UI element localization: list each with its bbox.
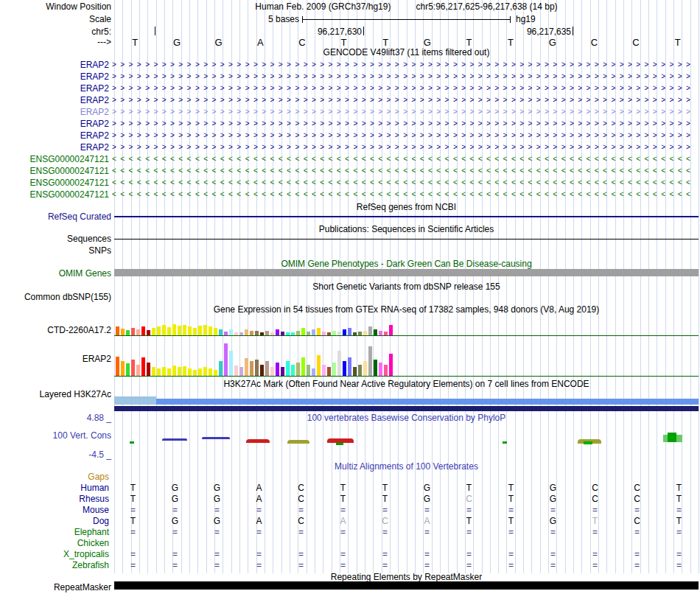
gene-arrow-line: >>>>>>>>>>>>>>>>>>>>>>>>>>>>>>>>>>>>>>>>… [112, 130, 700, 141]
align-row-Mouse[interactable]: Mouse============== [0, 505, 700, 516]
align-base: = [406, 505, 448, 516]
align-base [406, 472, 448, 483]
gtex-bar [141, 326, 145, 335]
gtex-bar [317, 328, 321, 335]
sequences-label[interactable]: Sequences [0, 234, 111, 244]
gene-item-ENSG00000247121[interactable]: ENSG00000247121<<<<<<<<<<<<<<<<<<<<<<<<<… [0, 189, 700, 200]
gtex-bar [286, 361, 290, 376]
gtex-bar [312, 329, 315, 335]
gene-item-ENSG00000247121[interactable]: ENSG00000247121<<<<<<<<<<<<<<<<<<<<<<<<<… [0, 177, 700, 189]
align-base: G [196, 483, 238, 494]
omim-genes-label[interactable]: OMIM Genes [0, 268, 111, 279]
gtex-erap2-label[interactable]: ERAP2 [0, 354, 111, 364]
align-row-bases: TGGACTTGTTGCCT [112, 483, 700, 494]
position-title: Human Feb. 2009 (GRCh37/hg19) chr5:96,21… [114, 1, 699, 12]
align-base: T [490, 483, 532, 494]
align-base [196, 538, 238, 549]
layered-h3k27ac-label[interactable]: Layered H3K27Ac [0, 389, 111, 399]
gtex-chart-erap2[interactable] [114, 342, 699, 376]
refseq-curated-label[interactable]: RefSeq Curated [0, 211, 111, 222]
align-base: = [574, 527, 616, 538]
gene-item-ENSG00000247121[interactable]: ENSG00000247121<<<<<<<<<<<<<<<<<<<<<<<<<… [0, 165, 700, 177]
align-base: = [574, 560, 616, 571]
align-base: = [364, 560, 406, 571]
align-row-Elephant[interactable]: Elephant============== [0, 527, 700, 538]
sequence-row[interactable]: TGGACTTGTTGCCT [114, 37, 699, 48]
align-base: = [112, 549, 154, 560]
align-row-bases [112, 538, 700, 549]
gene-item-ERAP2[interactable]: ERAP2>>>>>>>>>>>>>>>>>>>>>>>>>>>>>>>>>>>… [0, 118, 700, 130]
align-base: = [364, 505, 406, 516]
align-base [238, 538, 280, 549]
align-base: T [112, 483, 154, 494]
align-row-bases: TGGACACATTGTCT [112, 516, 700, 527]
align-base: C [280, 494, 322, 505]
common-dbsnp-label[interactable]: Common dbSNP(155) [0, 292, 111, 302]
omim-track[interactable] [114, 269, 699, 276]
align-row-X_tropicalis[interactable]: X_tropicalis============== [0, 549, 700, 560]
align-base: T [658, 494, 700, 505]
gtex-chart-ctd[interactable] [114, 319, 699, 335]
align-base: = [532, 549, 574, 560]
h3k27ac-peak-dark[interactable] [114, 406, 699, 411]
align-base: = [322, 549, 364, 560]
align-base: T [364, 483, 406, 494]
gtex-bar [363, 361, 367, 376]
gene-item-ERAP2[interactable]: ERAP2>>>>>>>>>>>>>>>>>>>>>>>>>>>>>>>>>>>… [0, 141, 700, 153]
repeatmasker-label[interactable]: RepeatMasker [0, 582, 111, 592]
align-base: = [448, 549, 490, 560]
align-base [280, 538, 322, 549]
strand-label: ---> [0, 37, 111, 47]
gtex-bar [281, 367, 284, 376]
gtex-bar [157, 326, 161, 335]
align-base: C [616, 483, 658, 494]
align-row-Human[interactable]: HumanTGGACTTGTTGCCT [0, 483, 700, 494]
gene-arrow-line: >>>>>>>>>>>>>>>>>>>>>>>>>>>>>>>>>>>>>>>>… [112, 59, 700, 71]
align-base [574, 538, 616, 549]
phylop-title: 100 vertebrates Basewise Conservation by… [114, 413, 699, 423]
gene-item-ERAP2[interactable]: ERAP2>>>>>>>>>>>>>>>>>>>>>>>>>>>>>>>>>>>… [0, 130, 700, 141]
align-base [364, 472, 406, 483]
scale-bar [302, 16, 511, 23]
gene-item-ERAP2[interactable]: ERAP2>>>>>>>>>>>>>>>>>>>>>>>>>>>>>>>>>>>… [0, 83, 700, 94]
sequences-track[interactable] [114, 239, 699, 239]
align-row-Dog[interactable]: DogTGGACACATTGTCT [0, 516, 700, 527]
base-letter: T [448, 37, 490, 48]
align-base [112, 472, 154, 483]
gtex-bar [255, 360, 259, 376]
base-letter: G [156, 37, 198, 48]
h3k27ac-peak-mid[interactable] [156, 399, 699, 405]
repeatmasker-track[interactable] [114, 581, 699, 590]
gtex-ctd-label[interactable]: CTD-2260A17.2 [0, 325, 111, 335]
align-row-Zebrafish[interactable]: Zebrafish============== [0, 560, 700, 571]
align-base: G [196, 494, 238, 505]
gene-item-ERAP2[interactable]: ERAP2>>>>>>>>>>>>>>>>>>>>>>>>>>>>>>>>>>>… [0, 94, 700, 106]
snps-label[interactable]: SNPs [0, 245, 111, 256]
align-base [658, 472, 700, 483]
gtex-bar [183, 366, 186, 376]
gtex-bar [203, 367, 207, 376]
align-base: T [574, 516, 616, 527]
align-row-Chicken[interactable]: Chicken [0, 538, 700, 549]
vert-cons-label[interactable]: 100 Vert. Cons [0, 430, 111, 441]
gtex-bar [343, 329, 346, 335]
gene-arrow-line: >>>>>>>>>>>>>>>>>>>>>>>>>>>>>>>>>>>>>>>>… [112, 118, 700, 130]
chrom-label: chr5: [0, 27, 111, 37]
h3k27ac-peak-light[interactable] [114, 396, 156, 405]
align-base [658, 538, 700, 549]
align-row-Rhesus[interactable]: RhesusTGGACTTGCTGCCT [0, 494, 700, 505]
align-row-bases: ============== [112, 505, 700, 516]
gene-item-ERAP2[interactable]: ERAP2>>>>>>>>>>>>>>>>>>>>>>>>>>>>>>>>>>>… [0, 106, 700, 118]
align-base: C [280, 516, 322, 527]
cons-max-label: 4.88 _ [0, 413, 111, 423]
gene-item-ENSG00000247121[interactable]: ENSG00000247121<<<<<<<<<<<<<<<<<<<<<<<<<… [0, 153, 700, 165]
align-base: C [574, 483, 616, 494]
align-base: = [448, 560, 490, 571]
gene-item-ERAP2[interactable]: ERAP2>>>>>>>>>>>>>>>>>>>>>>>>>>>>>>>>>>>… [0, 71, 700, 83]
align-row-Gaps[interactable]: Gaps [0, 472, 700, 483]
refseq-track[interactable] [114, 216, 699, 217]
gtex-bar [167, 327, 171, 335]
align-base: = [280, 549, 322, 560]
gene-item-ERAP2[interactable]: ERAP2>>>>>>>>>>>>>>>>>>>>>>>>>>>>>>>>>>>… [0, 59, 700, 71]
gtex-bar [183, 325, 186, 335]
